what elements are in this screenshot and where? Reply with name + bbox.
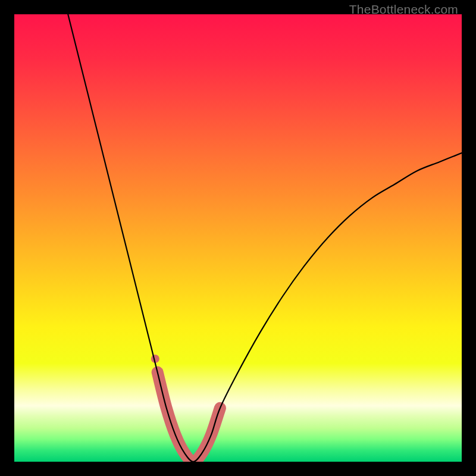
watermark-text: TheBottleneck.com [349,2,458,17]
chart-frame [14,14,462,462]
highlight-marker [151,355,220,462]
chart-plot [14,14,462,462]
bottleneck-curve [68,14,462,462]
